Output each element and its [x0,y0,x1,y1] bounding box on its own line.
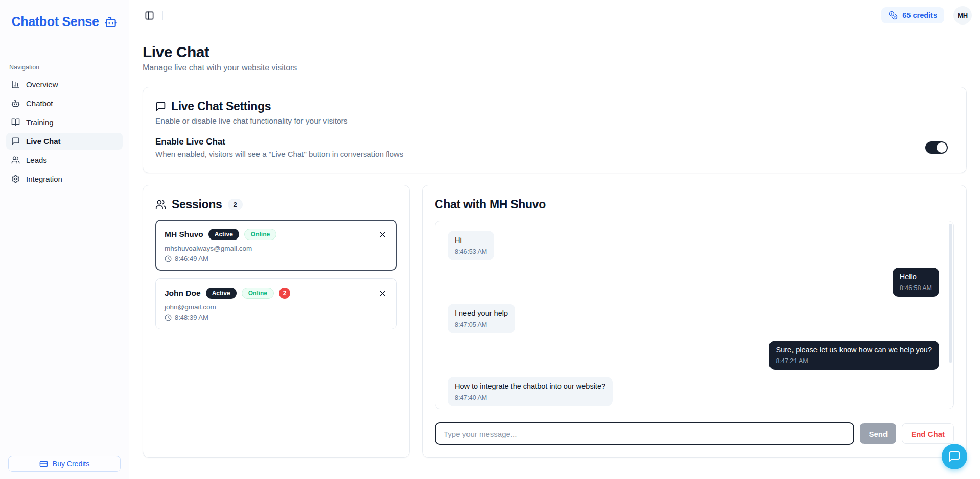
message-row: I need your help 8:47:05 AM [448,304,944,333]
book-open-icon [11,118,20,127]
sidebar-item-integration[interactable]: Integration [6,171,123,187]
close-icon[interactable] [377,229,388,240]
session-presence-badge: Online [242,288,274,299]
sidebar-item-training[interactable]: Training [6,114,123,131]
sidebar-item-label: Integration [26,175,62,183]
message-row: How to integrate the chatbot into our we… [448,377,944,406]
sidebar-item-label: Training [26,118,54,127]
sidebar-item-label: Live Chat [26,137,61,146]
credits-badge[interactable]: 65 credits [881,7,944,23]
visitor-message-bubble: How to integrate the chatbot into our we… [448,377,613,406]
sidebar-toggle-button[interactable] [143,9,156,22]
sidebar-item-label: Chatbot [26,99,53,108]
page-content: Live Chat Manage live chat with your web… [129,31,980,458]
unread-count-badge: 2 [279,288,290,299]
session-list: MH Shuvo Active Online mhshuvoalways@gma… [155,220,397,329]
message-time: 8:46:53 AM [455,248,487,255]
send-button[interactable]: Send [860,423,896,444]
topbar-right: 65 credits MH [881,6,972,25]
settings-card-subtitle: Enable or disable live chat functionalit… [155,116,954,126]
users-icon [155,199,166,210]
chat-widget-button[interactable] [942,444,967,469]
session-item-john-doe[interactable]: John Doe Active Online 2 john@gmail.com [155,278,397,329]
page-title: Live Chat [143,43,967,61]
visitor-message-bubble: Hi 8:46:53 AM [448,231,494,260]
topbar-divider [162,11,163,20]
sessions-count-badge: 2 [228,199,243,210]
message-text: Hi [455,235,487,246]
visitor-message-bubble: I need your help 8:47:05 AM [448,304,515,333]
sidebar-nav: Navigation Overview Chatbot Training [0,64,129,189]
sidebar-item-overview[interactable]: Overview [6,76,123,93]
message-text: Hello [900,272,932,282]
session-email: john@gmail.com [165,303,388,311]
sidebar-item-leads[interactable]: Leads [6,152,123,169]
page-subtitle: Manage live chat with your website visit… [143,63,967,73]
users-icon [11,156,20,164]
message-input[interactable] [435,422,854,445]
sidebar-spacer [0,189,129,456]
message-square-icon [948,450,961,463]
session-time-value: 8:46:49 AM [175,255,208,262]
settings-card-title: Live Chat Settings [171,100,271,113]
message-text: How to integrate the chatbot into our we… [455,381,605,392]
lower-row: Sessions 2 MH Shuvo Active Online [143,185,967,458]
nav-section-label: Navigation [6,64,123,76]
clock-icon [165,255,172,262]
topbar: 65 credits MH [129,0,980,31]
message-time: 8:47:40 AM [455,394,605,401]
sidebar-item-label: Leads [26,156,47,164]
message-time: 8:47:21 AM [776,357,932,365]
bot-icon [11,99,20,108]
sessions-title: Sessions [172,198,222,211]
avatar[interactable]: MH [953,6,972,25]
sidebar-item-chatbot[interactable]: Chatbot [6,95,123,112]
credits-label: 65 credits [902,11,937,19]
live-chat-settings-card: Live Chat Settings Enable or disable liv… [143,87,967,173]
message-text: Sure, please let us know how can we help… [776,345,932,355]
app-root: Chatbot Sense Navigation Overview Chatbo… [0,0,980,479]
chat-title: Chat with MH Shuvo [435,198,954,211]
message-row: Sure, please let us know how can we help… [448,341,944,370]
main-area: 65 credits MH Live Chat Manage live chat… [129,0,980,479]
chat-input-row: Send End Chat [435,422,954,445]
gear-icon [11,175,20,183]
message-area[interactable]: Hi 8:46:53 AM Hello 8:46:58 AM [435,221,954,409]
session-status-badge: Active [208,229,239,240]
sessions-card: Sessions 2 MH Shuvo Active Online [143,185,410,458]
app-title: Chatbot Sense [11,14,99,29]
enable-live-chat-toggle[interactable] [925,141,948,154]
buy-credits-label: Buy Credits [53,460,89,468]
agent-message-bubble: Sure, please let us know how can we help… [769,341,940,370]
clock-icon [165,314,172,321]
session-presence-badge: Online [244,229,276,240]
message-square-icon [11,137,20,146]
sidebar-item-live-chat[interactable]: Live Chat [6,133,123,150]
end-chat-button[interactable]: End Chat [902,423,954,444]
message-row: Hi 8:46:53 AM [448,231,944,260]
chat-panel: Chat with MH Shuvo Hi 8:46:53 AM Hello 8 [422,185,967,458]
session-email: mhshuvoalways@gmail.com [165,245,388,252]
message-row: Hello 8:46:58 AM [448,268,944,297]
avatar-initials: MH [958,12,968,19]
sidebar-item-label: Overview [26,80,58,89]
enable-live-chat-desc: When enabled, visitors will see a "Live … [155,150,403,158]
message-time: 8:47:05 AM [455,321,508,328]
session-time-value: 8:48:39 AM [175,314,208,321]
enable-live-chat-label: Enable Live Chat [155,137,403,147]
message-time: 8:46:58 AM [900,284,932,292]
session-status-badge: Active [206,288,237,299]
message-text: I need your help [455,308,508,319]
credit-card-icon [39,460,48,468]
coins-icon [889,11,898,20]
logo[interactable]: Chatbot Sense [0,0,129,34]
sidebar: Chatbot Sense Navigation Overview Chatbo… [0,0,129,479]
message-scrollbar[interactable] [949,224,952,363]
bot-icon [104,15,118,29]
session-item-mh-shuvo[interactable]: MH Shuvo Active Online mhshuvoalways@gma… [155,220,397,271]
session-name: MH Shuvo [165,230,203,239]
close-icon[interactable] [377,288,388,299]
toggle-knob [937,142,947,153]
chart-column-icon [11,80,20,89]
buy-credits-button[interactable]: Buy Credits [8,456,121,472]
